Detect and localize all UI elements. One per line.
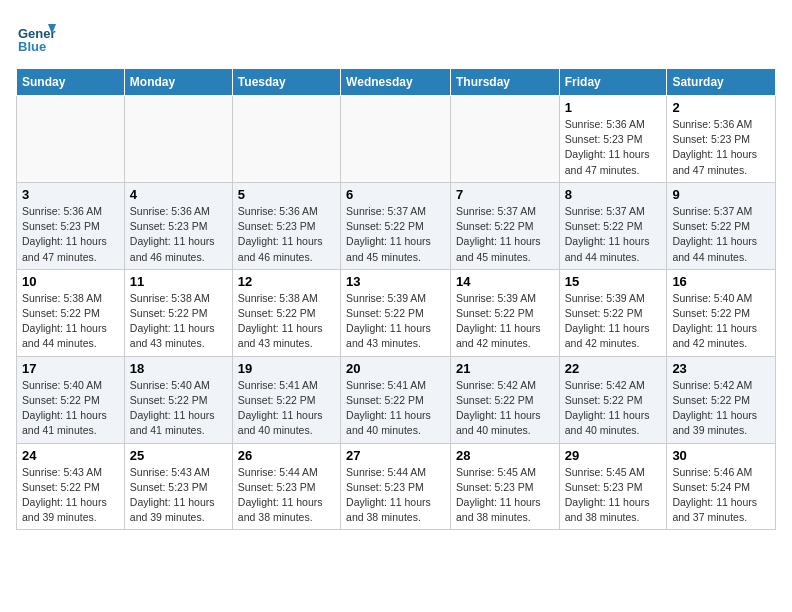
- day-number: 12: [238, 274, 335, 289]
- day-info: Sunrise: 5:36 AM Sunset: 5:23 PM Dayligh…: [238, 204, 335, 265]
- day-info: Sunrise: 5:45 AM Sunset: 5:23 PM Dayligh…: [456, 465, 554, 526]
- day-cell: 9Sunrise: 5:37 AM Sunset: 5:22 PM Daylig…: [667, 182, 776, 269]
- day-info: Sunrise: 5:45 AM Sunset: 5:23 PM Dayligh…: [565, 465, 662, 526]
- header: General Blue: [16, 16, 776, 56]
- day-info: Sunrise: 5:37 AM Sunset: 5:22 PM Dayligh…: [456, 204, 554, 265]
- day-cell: 19Sunrise: 5:41 AM Sunset: 5:22 PM Dayli…: [232, 356, 340, 443]
- day-info: Sunrise: 5:38 AM Sunset: 5:22 PM Dayligh…: [22, 291, 119, 352]
- day-info: Sunrise: 5:46 AM Sunset: 5:24 PM Dayligh…: [672, 465, 770, 526]
- weekday-thursday: Thursday: [450, 69, 559, 96]
- day-cell: 11Sunrise: 5:38 AM Sunset: 5:22 PM Dayli…: [124, 269, 232, 356]
- day-cell: 13Sunrise: 5:39 AM Sunset: 5:22 PM Dayli…: [341, 269, 451, 356]
- calendar-body: 1Sunrise: 5:36 AM Sunset: 5:23 PM Daylig…: [17, 96, 776, 530]
- day-cell: 3Sunrise: 5:36 AM Sunset: 5:23 PM Daylig…: [17, 182, 125, 269]
- day-info: Sunrise: 5:41 AM Sunset: 5:22 PM Dayligh…: [238, 378, 335, 439]
- day-cell: 4Sunrise: 5:36 AM Sunset: 5:23 PM Daylig…: [124, 182, 232, 269]
- weekday-monday: Monday: [124, 69, 232, 96]
- day-number: 26: [238, 448, 335, 463]
- day-info: Sunrise: 5:44 AM Sunset: 5:23 PM Dayligh…: [346, 465, 445, 526]
- day-number: 18: [130, 361, 227, 376]
- weekday-sunday: Sunday: [17, 69, 125, 96]
- day-number: 21: [456, 361, 554, 376]
- day-cell: 14Sunrise: 5:39 AM Sunset: 5:22 PM Dayli…: [450, 269, 559, 356]
- weekday-tuesday: Tuesday: [232, 69, 340, 96]
- day-info: Sunrise: 5:38 AM Sunset: 5:22 PM Dayligh…: [130, 291, 227, 352]
- day-cell: 30Sunrise: 5:46 AM Sunset: 5:24 PM Dayli…: [667, 443, 776, 530]
- day-number: 11: [130, 274, 227, 289]
- weekday-wednesday: Wednesday: [341, 69, 451, 96]
- day-info: Sunrise: 5:43 AM Sunset: 5:22 PM Dayligh…: [22, 465, 119, 526]
- day-cell: 23Sunrise: 5:42 AM Sunset: 5:22 PM Dayli…: [667, 356, 776, 443]
- week-row-3: 10Sunrise: 5:38 AM Sunset: 5:22 PM Dayli…: [17, 269, 776, 356]
- day-number: 10: [22, 274, 119, 289]
- day-number: 13: [346, 274, 445, 289]
- day-number: 6: [346, 187, 445, 202]
- day-cell: 17Sunrise: 5:40 AM Sunset: 5:22 PM Dayli…: [17, 356, 125, 443]
- day-info: Sunrise: 5:36 AM Sunset: 5:23 PM Dayligh…: [130, 204, 227, 265]
- week-row-4: 17Sunrise: 5:40 AM Sunset: 5:22 PM Dayli…: [17, 356, 776, 443]
- day-number: 7: [456, 187, 554, 202]
- day-info: Sunrise: 5:36 AM Sunset: 5:23 PM Dayligh…: [22, 204, 119, 265]
- day-info: Sunrise: 5:37 AM Sunset: 5:22 PM Dayligh…: [565, 204, 662, 265]
- day-number: 16: [672, 274, 770, 289]
- day-cell: 26Sunrise: 5:44 AM Sunset: 5:23 PM Dayli…: [232, 443, 340, 530]
- day-cell: 25Sunrise: 5:43 AM Sunset: 5:23 PM Dayli…: [124, 443, 232, 530]
- day-info: Sunrise: 5:42 AM Sunset: 5:22 PM Dayligh…: [565, 378, 662, 439]
- day-info: Sunrise: 5:43 AM Sunset: 5:23 PM Dayligh…: [130, 465, 227, 526]
- day-cell: 6Sunrise: 5:37 AM Sunset: 5:22 PM Daylig…: [341, 182, 451, 269]
- day-cell: 18Sunrise: 5:40 AM Sunset: 5:22 PM Dayli…: [124, 356, 232, 443]
- day-info: Sunrise: 5:39 AM Sunset: 5:22 PM Dayligh…: [346, 291, 445, 352]
- day-cell: 15Sunrise: 5:39 AM Sunset: 5:22 PM Dayli…: [559, 269, 667, 356]
- day-number: 30: [672, 448, 770, 463]
- day-cell: 10Sunrise: 5:38 AM Sunset: 5:22 PM Dayli…: [17, 269, 125, 356]
- day-info: Sunrise: 5:36 AM Sunset: 5:23 PM Dayligh…: [565, 117, 662, 178]
- day-info: Sunrise: 5:42 AM Sunset: 5:22 PM Dayligh…: [456, 378, 554, 439]
- logo: General Blue: [16, 16, 60, 56]
- day-number: 23: [672, 361, 770, 376]
- day-cell: 12Sunrise: 5:38 AM Sunset: 5:22 PM Dayli…: [232, 269, 340, 356]
- day-info: Sunrise: 5:36 AM Sunset: 5:23 PM Dayligh…: [672, 117, 770, 178]
- week-row-5: 24Sunrise: 5:43 AM Sunset: 5:22 PM Dayli…: [17, 443, 776, 530]
- day-cell: [124, 96, 232, 183]
- day-cell: 5Sunrise: 5:36 AM Sunset: 5:23 PM Daylig…: [232, 182, 340, 269]
- weekday-header: SundayMondayTuesdayWednesdayThursdayFrid…: [17, 69, 776, 96]
- day-cell: 7Sunrise: 5:37 AM Sunset: 5:22 PM Daylig…: [450, 182, 559, 269]
- day-info: Sunrise: 5:39 AM Sunset: 5:22 PM Dayligh…: [456, 291, 554, 352]
- day-number: 5: [238, 187, 335, 202]
- day-number: 29: [565, 448, 662, 463]
- weekday-saturday: Saturday: [667, 69, 776, 96]
- day-number: 2: [672, 100, 770, 115]
- day-info: Sunrise: 5:37 AM Sunset: 5:22 PM Dayligh…: [672, 204, 770, 265]
- svg-text:Blue: Blue: [18, 39, 46, 54]
- day-cell: [450, 96, 559, 183]
- day-info: Sunrise: 5:38 AM Sunset: 5:22 PM Dayligh…: [238, 291, 335, 352]
- day-info: Sunrise: 5:39 AM Sunset: 5:22 PM Dayligh…: [565, 291, 662, 352]
- day-cell: 2Sunrise: 5:36 AM Sunset: 5:23 PM Daylig…: [667, 96, 776, 183]
- day-number: 14: [456, 274, 554, 289]
- week-row-1: 1Sunrise: 5:36 AM Sunset: 5:23 PM Daylig…: [17, 96, 776, 183]
- day-info: Sunrise: 5:37 AM Sunset: 5:22 PM Dayligh…: [346, 204, 445, 265]
- day-number: 3: [22, 187, 119, 202]
- day-number: 4: [130, 187, 227, 202]
- day-number: 28: [456, 448, 554, 463]
- day-cell: 20Sunrise: 5:41 AM Sunset: 5:22 PM Dayli…: [341, 356, 451, 443]
- weekday-friday: Friday: [559, 69, 667, 96]
- day-cell: 29Sunrise: 5:45 AM Sunset: 5:23 PM Dayli…: [559, 443, 667, 530]
- day-number: 25: [130, 448, 227, 463]
- day-number: 19: [238, 361, 335, 376]
- day-info: Sunrise: 5:40 AM Sunset: 5:22 PM Dayligh…: [130, 378, 227, 439]
- day-number: 27: [346, 448, 445, 463]
- day-number: 8: [565, 187, 662, 202]
- day-cell: 16Sunrise: 5:40 AM Sunset: 5:22 PM Dayli…: [667, 269, 776, 356]
- week-row-2: 3Sunrise: 5:36 AM Sunset: 5:23 PM Daylig…: [17, 182, 776, 269]
- day-info: Sunrise: 5:40 AM Sunset: 5:22 PM Dayligh…: [672, 291, 770, 352]
- day-number: 1: [565, 100, 662, 115]
- day-info: Sunrise: 5:44 AM Sunset: 5:23 PM Dayligh…: [238, 465, 335, 526]
- day-info: Sunrise: 5:40 AM Sunset: 5:22 PM Dayligh…: [22, 378, 119, 439]
- day-number: 17: [22, 361, 119, 376]
- day-cell: 28Sunrise: 5:45 AM Sunset: 5:23 PM Dayli…: [450, 443, 559, 530]
- day-cell: [17, 96, 125, 183]
- day-cell: [232, 96, 340, 183]
- day-cell: 22Sunrise: 5:42 AM Sunset: 5:22 PM Dayli…: [559, 356, 667, 443]
- day-cell: [341, 96, 451, 183]
